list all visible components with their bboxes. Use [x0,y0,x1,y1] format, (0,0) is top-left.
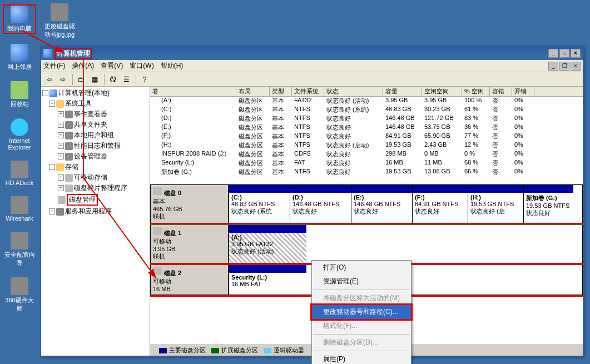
tree-expand-icon[interactable]: + [58,174,64,181]
desktop-icon-ie[interactable]: Internet Explorer [3,118,36,151]
tree-system-tools[interactable]: -系统工具 [42,98,148,109]
volume-row[interactable]: (F:)磁盘分区基本NTFS状态良好84.91 GB65.90 GB77 %否0… [150,132,583,141]
volume-row[interactable]: (H:)磁盘分区基本NTFS状态良好 (启动)19.53 GB2.43 GB12… [150,141,583,150]
tree-sys-4[interactable]: +设备管理器 [42,151,148,162]
volume-row[interactable]: (C:)磁盘分区基本NTFS状态良好 (系统)48.83 GB30.23 GB6… [150,106,583,114]
col-header-5[interactable]: 容量 [383,87,422,96]
col-header-3[interactable]: 文件系统 [292,87,324,96]
context-item-1[interactable]: 资源管理(E) [312,275,411,288]
tree-node-icon [56,208,64,216]
context-item-0[interactable]: 打开(O) [312,261,411,275]
menu-item-4[interactable]: 帮助(H) [161,61,184,71]
volume-row[interactable]: INSPUR 2008 RAID (J:)磁盘分区基本CDFS状态良好298 M… [150,150,583,159]
desktop-icon-network[interactable]: 网上邻居 [3,44,36,71]
back-button[interactable]: ⇦ [43,73,56,86]
toolbar: ⇦ ⇨ 🗀 ▦ 🗘 ☰ ? [41,72,583,87]
tree-expand-icon[interactable]: - [42,90,48,96]
desktop-icon-secwiz[interactable]: 安全配置向导 [3,232,36,267]
partition[interactable]: (A:)3.95 GB FAT32状态良好 (活动) [229,225,306,263]
tree-expand-icon[interactable]: + [58,111,64,117]
tree-expand-icon[interactable]: - [49,164,55,170]
col-header-8[interactable]: 容错 [490,87,512,96]
refresh-button[interactable]: 🗘 [107,73,119,86]
tree-sys-1[interactable]: +共享文件夹 [42,119,148,130]
tree-node-icon [65,174,73,182]
partition[interactable]: (F:)84.91 GB NTFS状态良好 [412,185,468,223]
up-button[interactable]: 🗀 [75,73,87,86]
tree-expand-icon[interactable]: + [58,153,64,159]
help-button[interactable]: ? [138,73,151,86]
tree-expand-icon[interactable]: + [58,132,64,138]
volume-row[interactable]: 新加卷 (G:)磁盘分区基本NTFS状态良好19.53 GB13.06 GB66… [150,168,583,177]
window-title: 计算机管理 [54,48,92,59]
menu-item-2[interactable]: 查看(V) [101,61,123,71]
disk-icon [153,267,162,275]
tree-storage[interactable]: -存储 [42,162,148,172]
tree-expand-icon[interactable]: + [58,122,64,128]
tree-sys-2[interactable]: +本地用户和组 [42,130,148,141]
tree-storage-0[interactable]: +可移动存储 [42,172,148,183]
partition[interactable]: (E:)146.48 GB NTFS状态良好 [351,185,412,223]
titlebar[interactable]: 计算机管理 _ □ × [41,47,583,60]
menu-item-1[interactable]: 操作(A) [72,61,94,71]
volume-row[interactable]: (A:)磁盘分区基本FAT32状态良好 (活动)3.95 GB3.95 GB10… [150,97,583,106]
doc-minimize-button[interactable]: _ [548,62,558,71]
col-header-1[interactable]: 布局 [236,87,270,96]
doc-close-button[interactable]: × [571,62,581,71]
tree-node-icon [56,100,64,108]
disk-row-1[interactable]: 磁盘 1可移动3.95 GB联机(A:)3.95 GB FAT32状态良好 (活… [150,225,583,263]
maximize-button[interactable]: □ [559,49,569,58]
tree-sys-0[interactable]: +事件查看器 [42,109,148,119]
nav-tree: -计算机管理(本地)-系统工具+事件查看器+共享文件夹+本地用户和组+性能日志和… [41,87,150,356]
doc-restore-button[interactable]: ❐ [559,62,569,71]
tree-root[interactable]: -计算机管理(本地) [42,88,148,98]
disk-row-0[interactable]: 磁盘 0基本465.76 GB联机(C:)48.83 GB NTFS状态良好 (… [150,185,583,223]
list-button[interactable]: ☰ [120,73,132,86]
col-header-4[interactable]: 状态 [324,87,383,96]
partition[interactable]: (C:)48.83 GB NTFS状态良好 (系统 [229,185,290,223]
context-menu: 打开(O)资源管理(E)将磁盘分区标为活动的(M)更改驱动器号和路径(C)...… [311,260,411,364]
tree-storage-1[interactable]: +磁盘碎片整理程序 [42,183,148,193]
col-header-2[interactable]: 类型 [270,87,292,96]
tree-node-icon [65,142,73,150]
tree-expand-icon[interactable]: + [58,185,64,191]
desktop-icon-recycle[interactable]: 回收站 [3,81,36,108]
context-item-3: 将磁盘分区标为活动的(M) [312,291,411,305]
desktop-file-icon[interactable]: 更改磁盘驱动号jpg.jpg [42,3,77,39]
tree-expand-icon[interactable]: + [49,208,55,215]
tree-sys-3[interactable]: +性能日志和警报 [42,141,148,151]
desktop-icon-my-computer[interactable]: 我的电脑 [3,4,36,34]
partition[interactable]: 新加卷 (G:)19.53 GB NTFS状态良好 [523,185,573,223]
menubar: 文件(F)操作(A)查看(V)窗口(W)帮助(H) _ ❐ × [41,60,583,72]
minimize-button[interactable]: _ [548,49,558,58]
context-item-4[interactable]: 更改驱动器号和路径(C)... [312,305,411,319]
props-button[interactable]: ▦ [88,73,101,86]
tree-storage-2[interactable]: 磁盘管理 [42,193,148,206]
volume-row[interactable]: (D:)磁盘分区基本NTFS状态良好146.48 GB121.72 GB83 %… [150,114,583,123]
partition[interactable]: (H:)19.53 GB NTFS状态良好 (启 [468,185,523,223]
tree-expand-icon[interactable]: - [49,101,55,107]
col-header-7[interactable]: % 空闲 [462,87,490,96]
partition[interactable]: Security (L:)16 MB FAT [229,265,306,295]
volume-row[interactable]: (E:)磁盘分区基本NTFS状态良好146.48 GB53.75 GB36 %否… [150,123,583,132]
close-button[interactable]: × [571,49,581,58]
forward-button[interactable]: ⇨ [57,73,69,86]
context-item-9[interactable]: 属性(P) [312,352,411,364]
tree-node-icon [65,185,73,192]
col-header-9[interactable]: 开销 [512,87,534,96]
desktop-icon-wireshark[interactable]: Wireshark [3,196,36,222]
menu-item-0[interactable]: 文件(F) [43,61,65,71]
tree-services[interactable]: +服务和应用程序 [42,206,148,217]
volume-row[interactable]: Security (L:)磁盘分区基本FAT状态良好16 MB11 MB68 %… [150,159,583,168]
menu-item-3[interactable]: 窗口(W) [130,61,153,71]
tree-expand-icon[interactable]: + [58,143,64,149]
tree-node-icon [65,153,73,161]
tree-node-icon [65,121,73,129]
context-item-7: 删除磁盘分区(D)... [312,336,411,350]
col-header-0[interactable]: 卷 [150,87,236,96]
tree-node-icon [65,111,73,118]
desktop-icon-hw[interactable]: 360硬件大师 [3,277,36,313]
desktop-icon-hdadeck[interactable]: HD ADeck [3,161,36,186]
col-header-6[interactable]: 空闲空间 [422,87,462,96]
partition[interactable]: (D:)146.48 GB NTFS状态良好 [290,185,351,223]
